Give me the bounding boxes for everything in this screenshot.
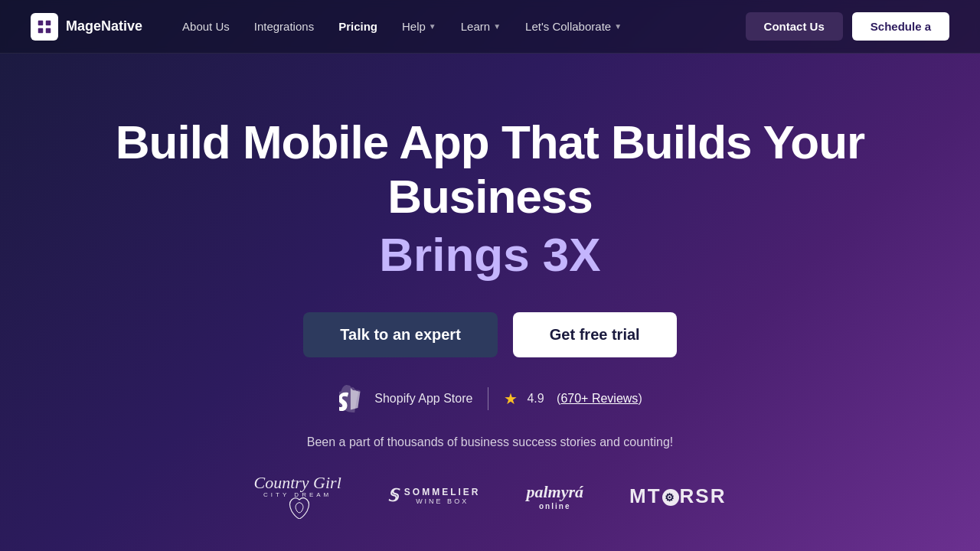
get-free-trial-button[interactable]: Get free trial (513, 312, 677, 357)
nav-links: About Us Integrations Pricing Help ▼ Lea… (173, 15, 746, 37)
svg-rect-0 (38, 20, 44, 26)
hero-section: Build Mobile App That Builds Your Busine… (0, 54, 980, 519)
schedule-label: Schedule a (871, 20, 931, 33)
svg-rect-1 (45, 20, 51, 26)
svg-rect-3 (45, 28, 51, 34)
navbar: MageNative About Us Integrations Pricing… (0, 0, 980, 54)
shopify-icon (338, 385, 365, 412)
hero-title-line2: Brings 3X (379, 227, 600, 282)
reviews-link[interactable]: 670+ Reviews (560, 392, 638, 405)
nav-collaborate[interactable]: Let's Collaborate ▼ (516, 15, 631, 37)
schedule-button[interactable]: Schedule a (852, 12, 949, 41)
contact-button[interactable]: Contact Us (746, 12, 843, 41)
star-icon: ★ (504, 390, 518, 408)
help-chevron: ▼ (429, 22, 436, 31)
reviews-text: (670+ Reviews) (554, 392, 642, 406)
talk-to-expert-button[interactable]: Talk to an expert (303, 312, 497, 357)
logo-icon (31, 13, 58, 41)
svg-rect-2 (38, 28, 44, 34)
learn-chevron: ▼ (493, 22, 501, 31)
logo-text: MageNative (66, 18, 142, 34)
shopify-label: Shopify App Store (374, 392, 472, 406)
nav-cta-area: Contact Us Schedule a (746, 12, 949, 41)
nav-learn[interactable]: Learn ▼ (452, 15, 510, 37)
social-proof-text: Been a part of thousands of business suc… (307, 435, 674, 449)
hero-title-line1: Build Mobile App That Builds Your Busine… (69, 115, 911, 224)
nav-help[interactable]: Help ▼ (393, 15, 446, 37)
nav-about[interactable]: About Us (173, 15, 239, 37)
hero-buttons: Talk to an expert Get free trial (303, 312, 676, 357)
brand-sommelier: 𝕊 SOMMELIER WINE BOX (387, 486, 481, 506)
collaborate-chevron: ▼ (614, 22, 622, 31)
nav-integrations[interactable]: Integrations (245, 15, 323, 37)
brand-logos: Country Girl CITY DREAM 𝕊 SOMMELIER WINE… (224, 474, 757, 519)
brand-mtrsr: MT⚙RSR (629, 484, 726, 508)
logo-link[interactable]: MageNative (31, 13, 142, 41)
brand-country-girl: Country Girl CITY DREAM (254, 474, 341, 519)
rating-value: 4.9 (527, 392, 544, 406)
brand-palmyra: palmyrá online (526, 482, 583, 510)
nav-pricing[interactable]: Pricing (329, 15, 387, 37)
badge-divider (488, 387, 488, 410)
shopify-badge: Shopify App Store ★ 4.9 (670+ Reviews) (338, 385, 642, 412)
